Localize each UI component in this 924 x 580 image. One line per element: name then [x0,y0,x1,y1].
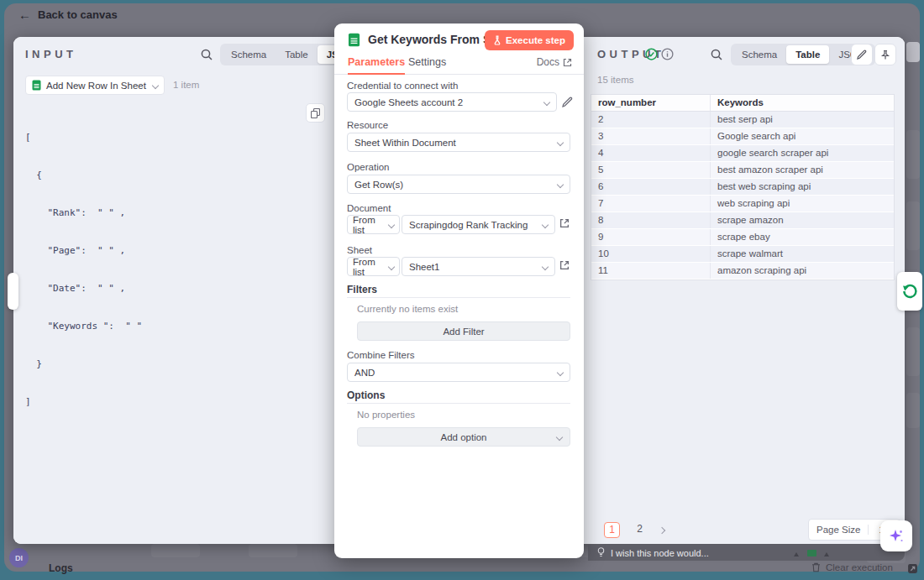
ai-assistant-button[interactable] [880,520,912,551]
table-row[interactable]: 7web scraping api [591,196,894,212]
cell-row-number: 8 [591,212,711,228]
edit-credential-icon[interactable] [562,97,573,107]
output-connector-stub[interactable] [897,272,922,311]
add-filter-button[interactable]: Add Filter [357,321,570,341]
ghost-canvas-nodes [792,547,831,558]
chevron-down-icon [152,81,159,88]
cell-keyword: amazon scraping api [711,263,894,279]
json-line: "Page": " " , [25,244,142,257]
column-header-row-number: row_number [591,95,711,111]
pin-data-button[interactable] [874,44,896,65]
info-icon[interactable] [661,48,674,60]
add-option-button[interactable]: Add option [357,427,570,447]
output-table: row_number Keywords 2best serp api 3Goog… [591,94,895,280]
search-icon[interactable] [200,48,213,61]
tab-settings[interactable]: Settings [408,56,446,68]
table-row[interactable]: 10scrape walmart [591,246,894,263]
document-mode-select[interactable]: From list [347,215,400,234]
output-tab-schema[interactable]: Schema [732,45,786,64]
sheet-mode-value: From list [353,257,389,277]
input-panel-title: INPUT [25,48,77,60]
column-header-keywords: Keywords [711,95,894,111]
docs-label: Docs [537,56,559,68]
credential-label: Credential to connect with [347,81,458,91]
logs-toggle[interactable]: Logs [49,562,73,574]
table-row[interactable]: 2best serp api [591,112,894,128]
input-json-view[interactable]: [ { "Rank": " " , "Page": " " , "Date": … [25,106,142,433]
edit-output-button[interactable] [851,44,873,65]
cell-keyword: scrape walmart [711,246,894,262]
next-page-icon[interactable] [659,526,665,533]
sheet-select[interactable]: Sheet1 [402,257,555,276]
input-tab-table[interactable]: Table [276,45,318,64]
options-section-title: Options [347,389,385,401]
sheet-mode-select[interactable]: From list [347,257,400,276]
copy-json-button[interactable] [306,103,325,123]
resource-label: Resource [347,120,388,130]
credential-select[interactable]: Google Sheets account 2 [347,92,557,112]
search-icon[interactable] [710,48,723,61]
resource-value: Sheet Within Document [354,138,456,148]
copy-icon [311,108,320,118]
open-sheet-icon[interactable] [559,260,570,270]
chevron-down-icon [557,138,564,145]
cell-row-number: 5 [591,162,711,178]
chevron-down-icon [388,263,395,269]
popout-icon[interactable] [907,563,918,574]
input-source-node-label: Add New Row In Sheet [46,81,146,91]
page-2-button[interactable]: 2 [632,522,648,538]
input-connector-stub[interactable] [8,273,18,310]
back-arrow-icon: ← [18,8,31,22]
back-to-canvas-button[interactable]: ← Back to canvas [18,8,118,22]
table-row[interactable]: 8scrape amazon [591,212,894,229]
external-link-icon [563,58,572,67]
operation-select[interactable]: Get Row(s) [347,175,570,194]
resource-select[interactable]: Sheet Within Document [347,133,570,152]
modal-header: Get Keywords From Sheet Execute step [334,24,584,52]
trash-icon [811,562,821,572]
input-source-node-select[interactable]: Add New Row In Sheet [25,76,165,95]
node-feedback-input[interactable]: I wish this node would... [588,545,905,561]
cell-row-number: 2 [591,112,711,128]
combine-filters-value: AND [354,368,375,378]
combine-filters-label: Combine Filters [347,350,415,360]
json-line: "Rank": " " , [25,206,142,219]
page-size-label: Page Size [809,525,869,535]
docs-link[interactable]: Docs [537,56,572,68]
cell-keyword: best amazon scraper api [711,162,894,178]
table-row[interactable]: 6best web scraping api [591,179,894,196]
sparkles-icon [888,528,905,545]
filters-section-title: Filters [347,284,377,295]
json-line: [ [25,131,142,144]
table-row[interactable]: 3Google search api [591,128,894,145]
input-tab-schema[interactable]: Schema [222,45,276,64]
lightbulb-icon [597,547,605,558]
ghost-toolbar-button [906,327,920,376]
sheet-label: Sheet [347,245,372,255]
flask-icon [493,35,501,45]
document-select[interactable]: Scrapingdog Rank Tracking [402,215,555,234]
table-row[interactable]: 11amazon scraping api [591,263,894,280]
operation-value: Get Row(s) [354,180,403,190]
ghost-toolbar-button [906,130,920,179]
page-1-button[interactable]: 1 [604,522,620,538]
cell-keyword: google search scraper api [711,145,894,161]
combine-filters-select[interactable]: AND [347,363,570,382]
sheet-value: Sheet1 [409,262,439,272]
ghost-toolbar-button [906,201,920,250]
open-document-icon[interactable] [559,218,570,228]
cell-row-number: 11 [591,263,711,279]
tab-parameters[interactable]: Parameters [348,56,405,75]
output-tab-table[interactable]: Table [786,45,829,64]
cell-keyword: scrape ebay [711,229,894,245]
table-row[interactable]: 4google search scraper api [591,145,894,162]
output-panel: OUTPUT Schema Table JSON [584,37,905,544]
user-avatar[interactable]: DI [9,548,29,567]
clear-execution-button[interactable]: Clear execution [811,562,893,572]
divider [347,297,570,298]
table-row[interactable]: 5best amazon scraper api [591,162,894,179]
table-row[interactable]: 9scrape ebay [591,229,894,246]
execute-step-button[interactable]: Execute step [485,30,574,50]
cell-row-number: 3 [591,128,711,144]
output-table-header: row_number Keywords [591,95,894,112]
